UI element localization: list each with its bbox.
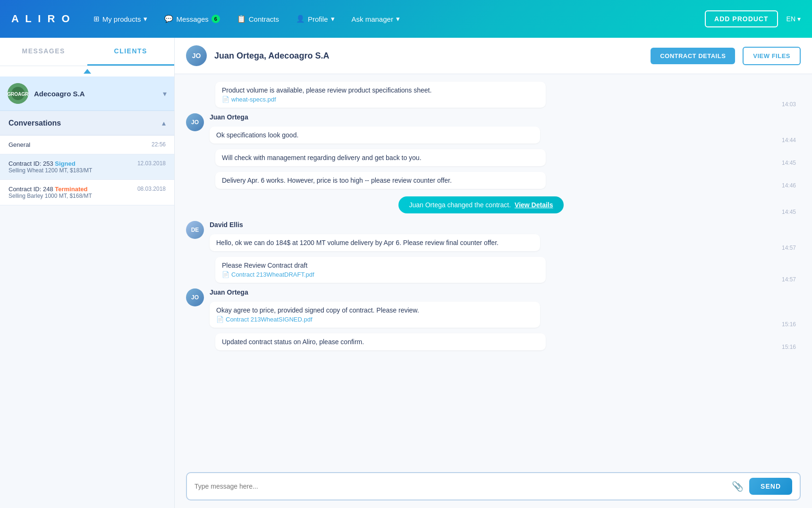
sidebar-tabs: MESSAGES CLIENTS	[0, 38, 174, 66]
list-item[interactable]: Contract ID: 253 Signed 12.03.2018 Selli…	[0, 154, 174, 180]
message-time: 15:16	[782, 340, 801, 350]
conv-detail: Selling Barley 1000 MT, $168/MT	[8, 193, 166, 199]
message-row: Product volume is available, please revi…	[186, 82, 801, 108]
message-time: 14:46	[782, 178, 801, 189]
conv-time: 08.03.2018	[137, 186, 166, 192]
message-content: Please Review Contract draft 📄 Contract …	[215, 257, 776, 283]
chevron-down-icon: ▾	[163, 89, 167, 98]
conversations-header[interactable]: Conversations ▴	[0, 111, 174, 135]
header: A L I R O ⊞ My products ▾ 💬 Messages 6 📋…	[0, 0, 812, 38]
conversations-label: Conversations	[8, 119, 61, 127]
message-input[interactable]	[195, 483, 726, 490]
doc-icon: 📋	[237, 15, 246, 23]
file-link[interactable]: 📄 wheat-specs.pdf	[222, 96, 539, 103]
conv-time: 22:56	[152, 141, 166, 148]
status-badge: Signed	[55, 160, 75, 167]
logo: A L I R O	[11, 13, 72, 25]
chat-area: JO Juan Ortega, Adecoagro S.A CONTRACT D…	[175, 38, 812, 508]
nav-contracts[interactable]: 📋 Contracts	[230, 12, 286, 26]
message-content: David Ellis Hello, ok we can do 184$ at …	[210, 221, 776, 251]
message-bubble: Ok specifications look good.	[210, 127, 540, 144]
message-bubble: Hello, ok we can do 184$ at 1200 MT volu…	[210, 234, 540, 251]
message-row: JO Juan Ortega Ok specifications look go…	[186, 113, 801, 144]
nav-messages[interactable]: 💬 Messages 6	[158, 12, 226, 26]
language-selector[interactable]: EN ▾	[787, 15, 801, 23]
message-bubble: Updated contract status on Aliro, please…	[215, 333, 546, 350]
main-container: MESSAGES CLIENTS AGROAGRO Adecoagro S.A …	[0, 38, 812, 508]
chevron-down-icon: ▾	[797, 15, 801, 23]
file-icon: 📄	[216, 316, 224, 323]
grid-icon: ⊞	[93, 15, 100, 23]
chat-icon: 💬	[164, 15, 173, 23]
list-item[interactable]: Contract ID: 248 Terminated 08.03.2018 S…	[0, 180, 174, 205]
system-message: Juan Ortega changed the contract. View D…	[186, 195, 776, 215]
attach-icon[interactable]: 📎	[732, 481, 744, 492]
sender-name: Juan Ortega	[210, 288, 776, 296]
message-time: 14:45	[782, 156, 801, 166]
chat-title: Juan Ortega, Adecoagro S.A	[214, 51, 643, 61]
sender-name: Juan Ortega	[210, 113, 776, 121]
avatar: JO	[186, 288, 204, 306]
nav-my-products[interactable]: ⊞ My products ▾	[87, 12, 154, 26]
message-row: Please Review Contract draft 📄 Contract …	[186, 257, 801, 283]
chevron-down-icon: ▾	[396, 15, 400, 23]
chevron-up-icon: ▴	[162, 119, 166, 127]
message-input-box: 📎 SEND	[186, 472, 801, 500]
view-details-link[interactable]: View Details	[515, 201, 553, 209]
message-row: JO Juan Ortega Okay agree to price, prov…	[186, 288, 801, 328]
list-item[interactable]: General 22:56	[0, 135, 174, 154]
message-content: Juan Ortega Okay agree to price, provide…	[210, 288, 776, 328]
person-icon: 👤	[296, 15, 305, 23]
sidebar: MESSAGES CLIENTS AGROAGRO Adecoagro S.A …	[0, 38, 175, 508]
conv-title: Contract ID: 248 Terminated	[8, 186, 87, 193]
add-product-button[interactable]: ADD PRODUCT	[705, 10, 778, 27]
avatar: DE	[186, 221, 204, 239]
system-bubble: Juan Ortega changed the contract. View D…	[398, 196, 563, 213]
input-area: 📎 SEND	[175, 465, 812, 508]
message-content: Will check with management regarding del…	[215, 149, 776, 166]
message-row: DE David Ellis Hello, ok we can do 184$ …	[186, 221, 801, 251]
conv-detail: Selling Wheat 1200 MT, $183/MT	[8, 167, 166, 174]
avatar: AGROAGRO	[8, 83, 28, 104]
client-item-adecoagro[interactable]: AGROAGRO Adecoagro S.A ▾	[0, 76, 174, 111]
message-time: 14:57	[782, 272, 801, 283]
file-icon: 📄	[222, 96, 229, 103]
message-time: 15:16	[782, 307, 801, 328]
message-content: Product volume is available, please revi…	[215, 82, 776, 108]
messages-badge: 6	[211, 15, 220, 23]
message-row: Will check with management regarding del…	[186, 149, 801, 166]
message-time: 14:57	[782, 230, 801, 251]
message-row: Delivery Apr. 6 works. However, price is…	[186, 172, 801, 189]
tab-clients[interactable]: CLIENTS	[87, 38, 175, 66]
chevron-down-icon: ▾	[331, 15, 335, 23]
avatar: JO	[186, 45, 207, 66]
chevron-down-icon: ▾	[144, 15, 147, 23]
message-content: Delivery Apr. 6 works. However, price is…	[215, 172, 776, 189]
tab-indicator	[0, 66, 174, 76]
file-link[interactable]: 📄 Contract 213WheatDRAFT.pdf	[222, 271, 539, 278]
nav-profile[interactable]: 👤 Profile ▾	[289, 12, 341, 26]
system-message-row: Juan Ortega changed the contract. View D…	[186, 195, 801, 215]
message-time: 14:44	[782, 123, 801, 144]
file-link[interactable]: 📄 Contract 213WheatSIGNED.pdf	[216, 316, 533, 323]
status-badge: Terminated	[55, 186, 87, 193]
message-content: Updated contract status on Aliro, please…	[215, 333, 776, 350]
send-button[interactable]: SEND	[749, 478, 792, 495]
conv-title: General	[8, 141, 30, 148]
avatar: JO	[186, 113, 204, 131]
messages-container[interactable]: Product volume is available, please revi…	[175, 74, 812, 465]
message-bubble: Delivery Apr. 6 works. However, price is…	[215, 172, 546, 189]
svg-text:AGROAGRO: AGROAGRO	[8, 92, 28, 97]
contract-details-button[interactable]: CONTRACT DETAILS	[651, 48, 735, 64]
message-bubble: Please Review Contract draft 📄 Contract …	[215, 257, 546, 283]
message-content: Juan Ortega Ok specifications look good.	[210, 113, 776, 144]
message-row: Updated contract status on Aliro, please…	[186, 333, 801, 350]
tab-messages[interactable]: MESSAGES	[0, 38, 87, 66]
nav-ask-manager[interactable]: Ask manager ▾	[345, 12, 406, 26]
file-icon: 📄	[222, 271, 229, 278]
message-bubble: Will check with management regarding del…	[215, 149, 546, 166]
view-files-button[interactable]: VIEW FILES	[743, 47, 801, 65]
message-time: 14:03	[782, 97, 801, 108]
conv-time: 12.03.2018	[137, 160, 166, 167]
conv-title: Contract ID: 253 Signed	[8, 160, 76, 167]
